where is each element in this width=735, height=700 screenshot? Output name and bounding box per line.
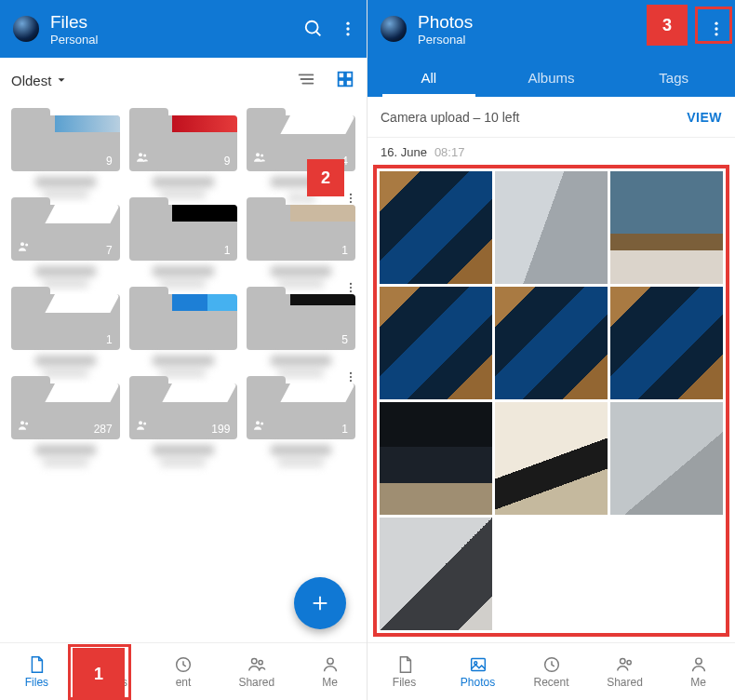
- upload-status-bar: Camera upload – 10 left VIEW: [368, 97, 735, 138]
- svg-point-4: [346, 33, 349, 35]
- svg-point-16: [350, 194, 352, 195]
- nav-label: Photos: [461, 676, 495, 689]
- svg-point-27: [20, 421, 24, 424]
- svg-point-40: [327, 658, 332, 664]
- nav-recent[interactable]: ent: [147, 643, 220, 700]
- photo-thumbnail[interactable]: [380, 171, 492, 284]
- tab-all[interactable]: All: [368, 58, 490, 97]
- svg-rect-8: [339, 72, 344, 77]
- upload-status-text: Camera upload – 10 left: [381, 110, 519, 125]
- header-subtitle: Personal: [50, 33, 303, 47]
- photo-grid[interactable]: [373, 165, 729, 637]
- svg-rect-9: [346, 72, 352, 77]
- view-list-icon[interactable]: [296, 69, 316, 92]
- header-files: Files Personal: [0, 0, 367, 58]
- svg-point-49: [695, 658, 701, 664]
- folder[interactable]: 9: [11, 108, 120, 171]
- chevron-down-icon: [55, 74, 68, 87]
- nav-shared[interactable]: Shared: [220, 643, 293, 700]
- nav-recent[interactable]: Recent: [514, 643, 588, 700]
- folder[interactable]: 1: [247, 197, 355, 261]
- date-day: 16. June: [381, 145, 427, 159]
- svg-point-38: [251, 659, 257, 665]
- svg-point-29: [139, 421, 142, 424]
- add-fab[interactable]: [294, 577, 346, 629]
- folder[interactable]: 1: [247, 376, 355, 439]
- nav-photos[interactable]: Photos: [441, 643, 514, 700]
- people-icon: [135, 150, 150, 168]
- photo-thumbnail[interactable]: [380, 518, 492, 630]
- nav-label: Recent: [533, 676, 568, 689]
- nav-label: Files: [393, 676, 416, 689]
- nav-files[interactable]: Files: [368, 643, 441, 700]
- svg-point-2: [346, 22, 349, 25]
- nav-label: Me: [322, 676, 338, 689]
- people-icon: [252, 150, 267, 168]
- folder[interactable]: 5: [247, 287, 355, 350]
- folder[interactable]: 199: [129, 376, 238, 439]
- avatar[interactable]: [13, 16, 39, 42]
- view-grid-icon[interactable]: [335, 69, 355, 92]
- search-icon[interactable]: [303, 19, 324, 39]
- photo-thumbnail[interactable]: [495, 171, 608, 284]
- photo-thumbnail[interactable]: [610, 287, 723, 399]
- sort-bar: Oldest: [0, 58, 367, 102]
- folder[interactable]: 9: [129, 108, 238, 171]
- callout-1: 1: [74, 650, 123, 698]
- svg-point-32: [261, 422, 263, 424]
- upload-view-button[interactable]: VIEW: [687, 110, 722, 125]
- photo-thumbnail: [495, 518, 608, 630]
- nav-files[interactable]: Files: [0, 643, 74, 700]
- folder-count: 199: [211, 423, 230, 436]
- svg-point-31: [256, 421, 260, 424]
- nav-label: Shared: [238, 676, 274, 689]
- folder-count: 9: [224, 155, 231, 168]
- folder[interactable]: 1: [129, 197, 238, 261]
- svg-point-24: [350, 372, 352, 374]
- tab-tags[interactable]: Tags: [612, 58, 735, 97]
- people-icon: [17, 239, 32, 257]
- svg-point-20: [25, 243, 28, 246]
- files-screen: Files Personal Oldest 9 9 42016: [0, 0, 368, 700]
- photo-thumbnail[interactable]: [610, 402, 723, 515]
- folder-count: 1: [341, 244, 348, 257]
- sort-dropdown[interactable]: Oldest: [11, 73, 68, 88]
- tab-label: All: [421, 70, 437, 86]
- svg-point-39: [259, 661, 262, 665]
- folder[interactable]: 287: [11, 376, 120, 439]
- svg-line-1: [316, 32, 321, 36]
- photo-thumbnail[interactable]: [380, 287, 492, 399]
- svg-point-21: [350, 283, 352, 285]
- photo-thumbnail[interactable]: [495, 402, 608, 515]
- people-icon: [252, 418, 267, 436]
- svg-point-12: [139, 153, 142, 156]
- nav-me[interactable]: Me: [662, 643, 735, 700]
- tab-label: Tags: [659, 70, 688, 86]
- nav-shared[interactable]: Shared: [588, 643, 662, 700]
- sort-label: Oldest: [11, 73, 51, 88]
- more-vert-icon[interactable]: [339, 20, 357, 38]
- callout-2: 2: [309, 161, 342, 195]
- people-icon: [17, 418, 32, 436]
- folder-count: 4: [341, 155, 348, 168]
- svg-point-19: [20, 242, 24, 246]
- nav-me[interactable]: Me: [293, 643, 367, 700]
- photo-thumbnail[interactable]: [610, 171, 723, 284]
- folder[interactable]: [129, 287, 238, 350]
- svg-point-3: [346, 27, 349, 30]
- tab-albums[interactable]: Albums: [490, 58, 613, 97]
- folder-count: 1: [224, 244, 231, 257]
- photo-thumbnail[interactable]: [495, 287, 608, 399]
- svg-point-47: [620, 659, 625, 665]
- folder[interactable]: 7: [11, 197, 120, 261]
- svg-rect-10: [339, 79, 344, 85]
- avatar[interactable]: [381, 16, 407, 42]
- nav-label: Me: [690, 676, 706, 689]
- photo-area: [368, 159, 735, 642]
- tab-label: Albums: [528, 70, 574, 86]
- nav-label: ent: [176, 676, 192, 689]
- header-actions: [303, 19, 357, 39]
- svg-point-0: [306, 21, 318, 34]
- photo-thumbnail[interactable]: [380, 402, 492, 515]
- folder[interactable]: 1: [11, 287, 120, 350]
